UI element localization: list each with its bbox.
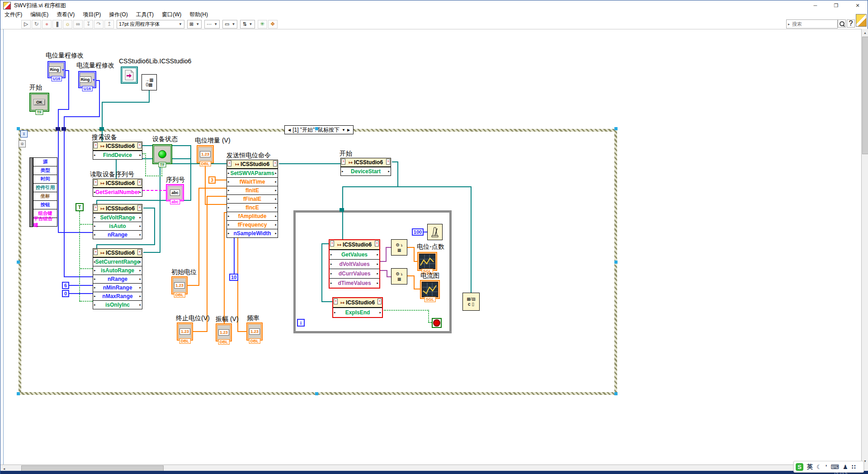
node-param-row[interactable]: fFinalE: [227, 194, 278, 203]
pot-increment-terminal[interactable]: 1.23 DBL: [197, 145, 214, 163]
align-objects-dropdown[interactable]: ⊞▼: [187, 20, 202, 28]
numeric-constant[interactable]: 3: [208, 176, 216, 184]
node-method-row[interactable]: ExpIsEnd: [333, 308, 382, 317]
ime-person-icon[interactable]: ♟: [843, 464, 848, 470]
reorder-dropdown[interactable]: ⇅▼: [240, 20, 255, 28]
node-param-row[interactable]: dTimeValues: [330, 278, 379, 288]
numeric-constant[interactable]: 10: [229, 274, 238, 281]
cur-graph-terminal[interactable]: SGL: [420, 280, 440, 299]
control-label[interactable]: 电位-点数: [417, 243, 444, 251]
control-label[interactable]: 振幅 (V): [216, 315, 239, 323]
event-field[interactable]: 平台组合键: [33, 218, 57, 226]
next-case-icon[interactable]: ▶: [345, 128, 352, 132]
device-status-led[interactable]: TF: [152, 144, 172, 164]
invoke-node-set-volt-range[interactable]: ?↦ICSStudio6? SetVoltRange isAuto nRange: [93, 204, 142, 239]
highlight-execution-button[interactable]: [63, 20, 72, 28]
node-param-row[interactable]: isOnlyInc: [93, 300, 142, 309]
distribute-objects-dropdown[interactable]: ⋯▼: [204, 20, 220, 28]
event-field[interactable]: 按钮: [33, 201, 57, 209]
final-pot-terminal[interactable]: 1.23 DBL: [177, 322, 193, 341]
restore-button[interactable]: ❐: [826, 0, 846, 10]
invoke-node-device-start[interactable]: ?↦ICSStudio6? DeviceStart: [340, 158, 391, 176]
run-button[interactable]: [21, 20, 31, 28]
variant-to-data-node[interactable]: ⚙↴ ▦: [391, 239, 407, 256]
node-param-row[interactable]: isAuto: [93, 222, 142, 230]
amplitude-terminal[interactable]: 1.23 DBL: [216, 323, 232, 341]
font-selector[interactable]: 17pt 应用程序字体 ▼: [117, 20, 184, 28]
ime-keyboard-icon[interactable]: ⌨: [830, 464, 839, 470]
node-param-row[interactable]: dCurrValues: [330, 269, 379, 278]
frequency-terminal[interactable]: 1.23 DBL: [246, 322, 263, 341]
node-param-row[interactable]: nMinRange: [93, 283, 142, 292]
prev-case-icon[interactable]: ◀: [286, 128, 292, 132]
ime-moon-icon[interactable]: ☾: [816, 464, 822, 470]
node-param-row[interactable]: fWaitTime: [227, 177, 278, 186]
resize-handle[interactable]: [17, 261, 20, 264]
control-label[interactable]: 初始电位: [171, 268, 197, 276]
node-method-row[interactable]: SetSWVAParams: [227, 169, 278, 177]
control-label[interactable]: 设备状态: [152, 135, 178, 143]
sogou-logo[interactable]: S: [796, 463, 803, 471]
vi-thumbnail-icon[interactable]: [856, 14, 867, 27]
event-field[interactable]: 类型: [33, 166, 57, 175]
resize-handle[interactable]: [315, 392, 318, 395]
dotnet-class-constant[interactable]: [121, 66, 138, 84]
search-scope-icon[interactable]: ▸: [787, 22, 791, 26]
loop-condition-terminal[interactable]: [432, 318, 442, 328]
node-method-row[interactable]: DeviceStart: [341, 167, 391, 175]
cleanup-diagram-button[interactable]: [258, 20, 267, 28]
control-label[interactable]: 序列号: [166, 176, 185, 184]
node-param-row[interactable]: nMaxRange: [93, 292, 142, 300]
node-param-row[interactable]: dVoltValues: [330, 259, 379, 269]
resize-handle[interactable]: [17, 127, 20, 130]
numeric-constant[interactable]: 6: [62, 282, 69, 289]
invoke-node-get-values[interactable]: ?↦ICSStudio6? GetValues dVoltValues dCur…: [329, 239, 380, 289]
search-input[interactable]: [791, 21, 837, 27]
minimize-button[interactable]: ─: [805, 0, 826, 10]
node-param-row[interactable]: fIncE: [227, 203, 278, 212]
node-method-row[interactable]: FindDevice: [93, 151, 142, 159]
true-constant[interactable]: T: [75, 203, 84, 211]
resize-handle[interactable]: [614, 392, 618, 395]
node-param-row[interactable]: nSampleWidth: [227, 229, 278, 237]
step-out-button[interactable]: [104, 20, 114, 28]
invoke-node-exp-is-end[interactable]: ?↦ICSStudio6? ExpIsEnd: [332, 297, 383, 318]
pot-range-terminal[interactable]: Ring▼ U16: [47, 61, 66, 78]
cur-range-terminal[interactable]: Ring▼ U16: [78, 71, 96, 88]
search-box[interactable]: ▸: [786, 19, 838, 28]
invoke-node-set-current-range[interactable]: ?↦ICSStudio6? SetCurrentRange isAutoRang…: [93, 248, 142, 309]
step-over-button[interactable]: [94, 20, 104, 28]
ime-punct-icon[interactable]: ’: [826, 464, 827, 470]
node-label[interactable]: 搜索设备: [92, 133, 117, 142]
menu-file[interactable]: 文件(F): [0, 10, 26, 19]
control-label[interactable]: 电位量程修改: [46, 52, 84, 60]
event-data-node[interactable]: 源 类型 时间 控件引用 坐标 按钮 组合键 平台组合键: [33, 157, 57, 227]
class-constant-label[interactable]: CSStudio6Lib.ICSStudio6: [119, 57, 191, 65]
close-reference-node[interactable]: ▩/▨ c ▯: [462, 293, 480, 311]
dynamic-event-terminal-icon[interactable]: ⊕: [19, 140, 26, 147]
event-data-node-bar[interactable]: [29, 157, 33, 227]
pause-button[interactable]: [52, 20, 62, 28]
menu-project[interactable]: 项目(P): [79, 10, 105, 19]
resize-objects-dropdown[interactable]: ▭▼: [222, 20, 237, 28]
node-method-row[interactable]: GetSerialNumber: [93, 188, 142, 196]
resize-handle[interactable]: [614, 127, 618, 130]
menu-edit[interactable]: 编辑(E): [26, 10, 52, 19]
menu-help[interactable]: 帮助(H): [185, 10, 212, 19]
control-label[interactable]: 电流量程修改: [76, 62, 114, 70]
menu-window[interactable]: 窗口(W): [158, 10, 185, 19]
variant-to-data-node[interactable]: ⚙↴ ▦: [391, 268, 407, 284]
menu-tools[interactable]: 工具(T): [132, 10, 158, 19]
run-continuous-button[interactable]: [32, 20, 41, 28]
node-param-row[interactable]: fAmplitude: [227, 212, 278, 220]
step-into-button[interactable]: [84, 20, 93, 28]
invoke-node-set-swva-params[interactable]: ?↦ICSStudio6? SetSWVAParams fWaitTime fI…: [226, 160, 278, 238]
node-label[interactable]: 发送恒电位命令: [226, 152, 271, 160]
menu-view[interactable]: 查看(V): [52, 10, 79, 19]
ime-lang-mode[interactable]: 英: [807, 463, 813, 471]
start-button-terminal[interactable]: OK TF: [29, 93, 49, 112]
event-field[interactable]: 坐标: [33, 192, 57, 201]
control-label[interactable]: 频率: [247, 314, 259, 322]
scroll-up-icon[interactable]: ▴: [862, 29, 868, 36]
numeric-constant[interactable]: 100: [412, 228, 424, 236]
